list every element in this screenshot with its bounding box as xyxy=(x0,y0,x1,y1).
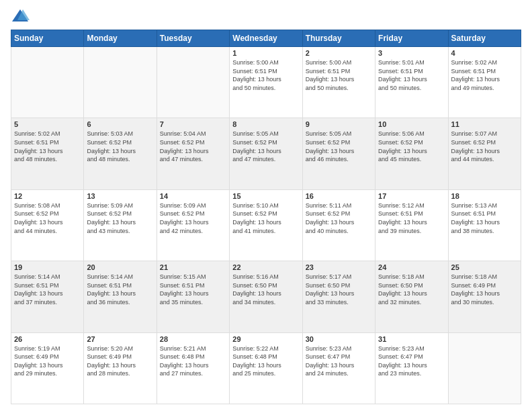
calendar-week-1: 1Sunrise: 5:00 AM Sunset: 6:51 PM Daylig… xyxy=(11,47,521,118)
day-number: 3 xyxy=(378,49,445,57)
day-number: 30 xyxy=(306,335,372,343)
day-info: Sunrise: 5:02 AM Sunset: 6:51 PM Dayligh… xyxy=(451,58,518,92)
day-info: Sunrise: 5:13 AM Sunset: 6:51 PM Dayligh… xyxy=(451,201,518,235)
day-info: Sunrise: 5:17 AM Sunset: 6:50 PM Dayligh… xyxy=(306,273,372,306)
calendar-cell: 26Sunrise: 5:19 AM Sunset: 6:49 PM Dayli… xyxy=(11,332,84,404)
calendar-cell: 3Sunrise: 5:01 AM Sunset: 6:51 PM Daylig… xyxy=(375,47,448,118)
day-number: 13 xyxy=(87,192,153,200)
day-info: Sunrise: 5:07 AM Sunset: 6:52 PM Dayligh… xyxy=(451,130,518,163)
logo-icon xyxy=(11,7,30,26)
day-number: 12 xyxy=(14,192,81,200)
day-number: 31 xyxy=(378,335,445,343)
day-info: Sunrise: 5:14 AM Sunset: 6:51 PM Dayligh… xyxy=(87,273,153,306)
day-info: Sunrise: 5:05 AM Sunset: 6:52 PM Dayligh… xyxy=(306,130,372,163)
day-info: Sunrise: 5:18 AM Sunset: 6:50 PM Dayligh… xyxy=(378,273,445,306)
day-number: 18 xyxy=(451,192,518,200)
calendar-cell xyxy=(448,332,521,404)
day-info: Sunrise: 5:15 AM Sunset: 6:51 PM Dayligh… xyxy=(160,273,226,306)
day-info: Sunrise: 5:05 AM Sunset: 6:52 PM Dayligh… xyxy=(232,130,299,163)
calendar-cell xyxy=(84,47,157,118)
calendar-week-3: 12Sunrise: 5:08 AM Sunset: 6:52 PM Dayli… xyxy=(11,189,521,261)
calendar-cell: 22Sunrise: 5:16 AM Sunset: 6:50 PM Dayli… xyxy=(230,261,302,332)
day-number: 25 xyxy=(451,263,518,271)
calendar-cell: 5Sunrise: 5:02 AM Sunset: 6:51 PM Daylig… xyxy=(11,118,84,189)
calendar-cell: 8Sunrise: 5:05 AM Sunset: 6:52 PM Daylig… xyxy=(230,118,302,189)
day-number: 29 xyxy=(232,335,299,343)
day-number: 19 xyxy=(14,263,81,271)
logo xyxy=(11,7,32,26)
calendar-cell: 10Sunrise: 5:06 AM Sunset: 6:52 PM Dayli… xyxy=(375,118,448,189)
day-info: Sunrise: 5:23 AM Sunset: 6:47 PM Dayligh… xyxy=(378,345,445,378)
day-number: 9 xyxy=(306,120,372,128)
day-number: 5 xyxy=(14,120,81,128)
calendar-cell: 25Sunrise: 5:18 AM Sunset: 6:49 PM Dayli… xyxy=(448,261,521,332)
calendar-week-2: 5Sunrise: 5:02 AM Sunset: 6:51 PM Daylig… xyxy=(11,118,521,189)
day-number: 15 xyxy=(232,192,299,200)
page: SundayMondayTuesdayWednesdayThursdayFrid… xyxy=(0,0,532,411)
day-number: 21 xyxy=(160,263,226,271)
calendar-cell: 1Sunrise: 5:00 AM Sunset: 6:51 PM Daylig… xyxy=(230,47,302,118)
day-info: Sunrise: 5:01 AM Sunset: 6:51 PM Dayligh… xyxy=(378,58,445,92)
day-info: Sunrise: 5:02 AM Sunset: 6:51 PM Dayligh… xyxy=(14,130,81,163)
day-info: Sunrise: 5:23 AM Sunset: 6:47 PM Dayligh… xyxy=(306,345,372,378)
calendar-cell: 24Sunrise: 5:18 AM Sunset: 6:50 PM Dayli… xyxy=(375,261,448,332)
day-info: Sunrise: 5:09 AM Sunset: 6:52 PM Dayligh… xyxy=(160,201,226,235)
calendar-cell: 29Sunrise: 5:22 AM Sunset: 6:48 PM Dayli… xyxy=(230,332,302,404)
day-number: 23 xyxy=(306,263,372,271)
day-info: Sunrise: 5:14 AM Sunset: 6:51 PM Dayligh… xyxy=(14,273,81,306)
day-info: Sunrise: 5:04 AM Sunset: 6:52 PM Dayligh… xyxy=(160,130,226,163)
day-info: Sunrise: 5:00 AM Sunset: 6:51 PM Dayligh… xyxy=(232,58,299,92)
day-info: Sunrise: 5:09 AM Sunset: 6:52 PM Dayligh… xyxy=(87,201,153,235)
day-header-monday: Monday xyxy=(84,30,157,47)
day-number: 10 xyxy=(378,120,445,128)
calendar-cell: 12Sunrise: 5:08 AM Sunset: 6:52 PM Dayli… xyxy=(11,189,84,261)
day-info: Sunrise: 5:10 AM Sunset: 6:52 PM Dayligh… xyxy=(232,201,299,235)
calendar-cell: 27Sunrise: 5:20 AM Sunset: 6:49 PM Dayli… xyxy=(84,332,157,404)
day-number: 1 xyxy=(232,49,299,57)
calendar-week-4: 19Sunrise: 5:14 AM Sunset: 6:51 PM Dayli… xyxy=(11,261,521,332)
calendar-cell: 20Sunrise: 5:14 AM Sunset: 6:51 PM Dayli… xyxy=(84,261,157,332)
calendar-cell: 13Sunrise: 5:09 AM Sunset: 6:52 PM Dayli… xyxy=(84,189,157,261)
day-header-saturday: Saturday xyxy=(448,30,521,47)
day-number: 26 xyxy=(14,335,81,343)
calendar-cell xyxy=(157,47,229,118)
day-number: 16 xyxy=(306,192,372,200)
day-header-thursday: Thursday xyxy=(302,30,375,47)
day-info: Sunrise: 5:00 AM Sunset: 6:51 PM Dayligh… xyxy=(306,58,372,92)
calendar-cell: 19Sunrise: 5:14 AM Sunset: 6:51 PM Dayli… xyxy=(11,261,84,332)
day-header-tuesday: Tuesday xyxy=(157,30,229,47)
day-number: 7 xyxy=(160,120,226,128)
days-of-week-row: SundayMondayTuesdayWednesdayThursdayFrid… xyxy=(11,30,521,47)
day-info: Sunrise: 5:20 AM Sunset: 6:49 PM Dayligh… xyxy=(87,345,153,378)
calendar-table: SundayMondayTuesdayWednesdayThursdayFrid… xyxy=(11,30,521,404)
day-info: Sunrise: 5:18 AM Sunset: 6:49 PM Dayligh… xyxy=(451,273,518,306)
day-number: 22 xyxy=(232,263,299,271)
day-number: 24 xyxy=(378,263,445,271)
day-header-wednesday: Wednesday xyxy=(230,30,302,47)
calendar-cell: 4Sunrise: 5:02 AM Sunset: 6:51 PM Daylig… xyxy=(448,47,521,118)
calendar-cell: 18Sunrise: 5:13 AM Sunset: 6:51 PM Dayli… xyxy=(448,189,521,261)
day-info: Sunrise: 5:21 AM Sunset: 6:48 PM Dayligh… xyxy=(160,345,226,378)
calendar-cell: 16Sunrise: 5:11 AM Sunset: 6:52 PM Dayli… xyxy=(302,189,375,261)
day-info: Sunrise: 5:19 AM Sunset: 6:49 PM Dayligh… xyxy=(14,345,81,378)
calendar-cell: 21Sunrise: 5:15 AM Sunset: 6:51 PM Dayli… xyxy=(157,261,229,332)
calendar-cell: 15Sunrise: 5:10 AM Sunset: 6:52 PM Dayli… xyxy=(230,189,302,261)
day-header-sunday: Sunday xyxy=(11,30,84,47)
calendar-cell: 6Sunrise: 5:03 AM Sunset: 6:52 PM Daylig… xyxy=(84,118,157,189)
day-info: Sunrise: 5:06 AM Sunset: 6:52 PM Dayligh… xyxy=(378,130,445,163)
day-info: Sunrise: 5:11 AM Sunset: 6:52 PM Dayligh… xyxy=(306,201,372,235)
day-number: 4 xyxy=(451,49,518,57)
calendar-cell: 11Sunrise: 5:07 AM Sunset: 6:52 PM Dayli… xyxy=(448,118,521,189)
day-number: 6 xyxy=(87,120,153,128)
calendar-cell: 14Sunrise: 5:09 AM Sunset: 6:52 PM Dayli… xyxy=(157,189,229,261)
day-number: 2 xyxy=(306,49,372,57)
calendar-cell: 7Sunrise: 5:04 AM Sunset: 6:52 PM Daylig… xyxy=(157,118,229,189)
day-info: Sunrise: 5:12 AM Sunset: 6:51 PM Dayligh… xyxy=(378,201,445,235)
day-number: 11 xyxy=(451,120,518,128)
day-info: Sunrise: 5:08 AM Sunset: 6:52 PM Dayligh… xyxy=(14,201,81,235)
header xyxy=(11,7,521,26)
day-info: Sunrise: 5:03 AM Sunset: 6:52 PM Dayligh… xyxy=(87,130,153,163)
calendar-cell: 2Sunrise: 5:00 AM Sunset: 6:51 PM Daylig… xyxy=(302,47,375,118)
day-number: 20 xyxy=(87,263,153,271)
day-info: Sunrise: 5:16 AM Sunset: 6:50 PM Dayligh… xyxy=(232,273,299,306)
